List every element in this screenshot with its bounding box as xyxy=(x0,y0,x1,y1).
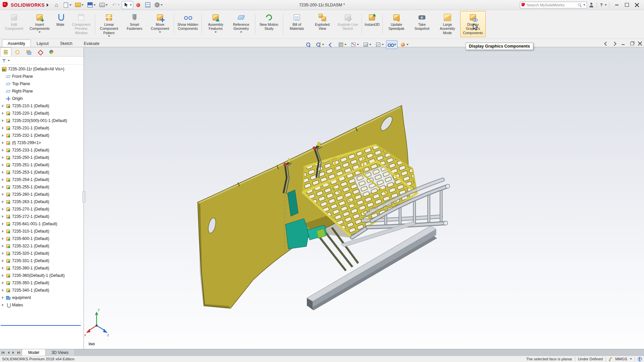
toolbar-button[interactable]: Move Component xyxy=(147,11,173,37)
toolbar-button[interactable]: Take Snapshot xyxy=(409,11,435,37)
toolbar-button[interactable]: Edit Component xyxy=(1,11,27,37)
document-tab[interactable]: Model xyxy=(22,349,46,356)
heads-up-button[interactable] xyxy=(304,40,313,49)
expand-arrow-icon[interactable] xyxy=(2,126,5,130)
menu-expand-icon[interactable] xyxy=(47,3,49,7)
quick-access-button[interactable] xyxy=(153,1,164,9)
search-input[interactable] xyxy=(527,3,577,7)
heads-up-button[interactable] xyxy=(361,40,373,49)
expand-arrow-icon[interactable] xyxy=(2,289,5,292)
search-magnifier-icon[interactable] xyxy=(578,3,582,7)
window-control-button[interactable] xyxy=(612,1,622,9)
expand-arrow-icon[interactable] xyxy=(2,112,5,115)
quick-access-button[interactable] xyxy=(86,1,97,9)
tab-nav-icon[interactable] xyxy=(1,350,6,355)
commandmanager-tab[interactable]: Assembly xyxy=(2,40,31,47)
quick-access-button[interactable] xyxy=(73,1,85,9)
expand-arrow-icon[interactable] xyxy=(2,163,5,167)
panel-splitter-handle[interactable] xyxy=(83,191,85,202)
toolbar-button[interactable]: Linear Component Pattern xyxy=(96,11,122,37)
expand-arrow-icon[interactable] xyxy=(2,104,5,108)
tree-item[interactable]: 7235-220-1 (Default) xyxy=(0,110,84,117)
heads-up-button[interactable] xyxy=(326,40,335,49)
commandmanager-tab[interactable]: Layout xyxy=(31,40,54,47)
expand-arrow-icon[interactable] xyxy=(2,185,5,189)
toolbar-button[interactable]: Update Speedpak xyxy=(384,11,409,37)
expand-arrow-icon[interactable] xyxy=(2,244,5,248)
tree-item[interactable]: 7235-390-1 (Default) xyxy=(0,264,84,272)
expand-arrow-icon[interactable] xyxy=(2,156,5,159)
expand-arrow-icon[interactable] xyxy=(2,148,5,152)
tree-item[interactable]: 7235-232-1 (Default) xyxy=(0,132,84,139)
toolbar-button[interactable]: Reference Geometry xyxy=(228,11,254,37)
toolbar-button[interactable]: Assembly Features xyxy=(203,11,228,37)
toolbar-button[interactable]: Component Preview Window xyxy=(68,11,94,37)
expand-arrow-icon[interactable] xyxy=(2,230,5,233)
tree-item[interactable]: 7235-350-1 (Default) xyxy=(0,279,84,287)
quick-access-button[interactable] xyxy=(134,1,143,9)
heads-up-button[interactable] xyxy=(349,40,360,49)
expand-arrow-icon[interactable] xyxy=(2,215,5,218)
tree-item[interactable]: 7235-272-1 (Default) xyxy=(0,213,84,220)
expand-arrow-icon[interactable] xyxy=(2,259,5,262)
heads-up-button[interactable] xyxy=(374,40,385,49)
tree-item[interactable]: Top Plane xyxy=(0,80,84,87)
document-window-control-icon[interactable] xyxy=(629,41,635,46)
tree-item[interactable]: 7235-251-1 (Default) xyxy=(0,161,84,169)
toolbar-button[interactable]: Insert Components xyxy=(27,11,52,37)
document-window-control-icon[interactable] xyxy=(621,41,626,46)
expand-arrow-icon[interactable] xyxy=(2,266,5,270)
tree-item[interactable]: 7235-255-1 (Default) xyxy=(0,183,84,191)
status-globe-icon[interactable] xyxy=(638,357,642,361)
heads-up-button[interactable] xyxy=(336,40,348,49)
tree-item[interactable]: 7235-331-1 (Default) xyxy=(0,257,84,264)
panel-tab[interactable] xyxy=(0,47,11,56)
commandmanager-tab[interactable]: Evaluate xyxy=(78,40,105,47)
tree-item[interactable]: Right Plane xyxy=(0,87,84,95)
toolbar-button[interactable]: Smart Fasteners xyxy=(122,11,147,37)
tree-item[interactable]: Front Plane xyxy=(0,73,84,80)
expand-arrow-icon[interactable] xyxy=(2,207,5,211)
tab-nav-icon[interactable] xyxy=(6,350,11,355)
heads-up-button[interactable] xyxy=(398,40,410,49)
expand-arrow-icon[interactable] xyxy=(2,193,5,196)
expand-arrow-icon[interactable] xyxy=(2,119,5,122)
tree-root-item[interactable]: 7235-200-11r (Default<All Vis>) xyxy=(0,65,84,73)
tree-item[interactable]: 7235-322-1 (Default) xyxy=(0,242,84,250)
heads-up-button[interactable] xyxy=(314,40,325,49)
help-button[interactable]: ? xyxy=(599,2,603,7)
heads-up-button[interactable] xyxy=(386,40,397,49)
expand-arrow-icon[interactable] xyxy=(2,171,5,174)
quick-access-button[interactable] xyxy=(98,1,109,9)
graphics-viewport[interactable]: x y z iso xyxy=(84,47,644,349)
document-tab[interactable]: 3D Views xyxy=(46,349,75,356)
search-caret-icon[interactable] xyxy=(583,4,585,6)
user-icon[interactable] xyxy=(588,2,594,8)
expand-arrow-icon[interactable] xyxy=(2,134,5,137)
tree-item[interactable]: 7235-220(S00)-001-1 (Default) xyxy=(0,117,84,124)
toolbar-button[interactable]: New Motion Study xyxy=(256,11,282,37)
expand-arrow-icon[interactable] xyxy=(2,296,5,299)
quick-access-button[interactable] xyxy=(110,1,121,9)
expand-arrow-icon[interactable] xyxy=(2,274,5,277)
filter-caret-icon[interactable] xyxy=(8,60,10,61)
window-control-button[interactable] xyxy=(622,1,632,9)
expand-arrow-icon[interactable] xyxy=(2,200,5,203)
filter-funnel-icon[interactable] xyxy=(1,58,7,63)
tree-item[interactable]: equipment xyxy=(0,294,84,301)
units-label[interactable]: MMGS xyxy=(615,357,627,361)
commandmanager-tab[interactable]: Sketch xyxy=(54,40,78,47)
tree-item[interactable]: 7235-253-1 (Default) xyxy=(0,169,84,176)
quick-access-button[interactable] xyxy=(122,1,133,9)
toolbar-button[interactable]: Show Hidden Components xyxy=(175,11,201,37)
toolbar-button[interactable]: Explode Line Sketch xyxy=(335,11,361,37)
tree-item[interactable]: 7235-210-1 (Default) xyxy=(0,102,84,110)
expand-arrow-icon[interactable] xyxy=(2,303,5,307)
quick-access-button[interactable] xyxy=(61,1,73,9)
tree-item[interactable]: 7235-254-1 (Default) xyxy=(0,176,84,183)
tree-item[interactable]: 7235-641-001-1 (Default) xyxy=(0,220,84,228)
tree-item[interactable]: (f) 7235-299<1> xyxy=(0,139,84,146)
tab-nav-icon[interactable] xyxy=(11,350,16,355)
document-window-control-icon[interactable] xyxy=(612,41,617,46)
toolbar-button[interactable]: Large Assembly Mode xyxy=(435,11,460,37)
